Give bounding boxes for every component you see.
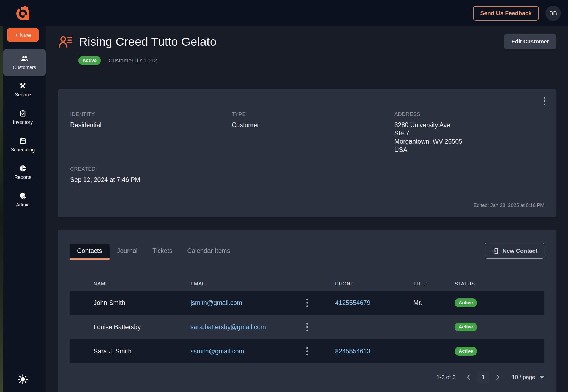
caret-down-icon bbox=[539, 376, 544, 379]
contact-status-badge: Active bbox=[455, 347, 477, 356]
app-logo-icon[interactable] bbox=[14, 4, 32, 22]
col-header-phone: PHONE bbox=[335, 281, 413, 287]
col-header-email: EMAIL bbox=[190, 281, 335, 287]
tab-journal[interactable]: Journal bbox=[110, 244, 145, 258]
contacts-table-body: John Smith jsmith@gmail.com 4125554679 M… bbox=[70, 291, 544, 363]
shield-user-icon bbox=[19, 192, 27, 200]
row-menu-kebab-icon[interactable] bbox=[305, 322, 309, 332]
created-label: CREATED bbox=[70, 166, 232, 172]
theme-toggle[interactable] bbox=[17, 374, 28, 386]
contact-person-icon bbox=[59, 36, 72, 48]
pagination-range: 1-3 of 3 bbox=[436, 374, 456, 380]
sidebar-item-label: Customers bbox=[13, 65, 36, 70]
identity-value: Residential bbox=[70, 121, 232, 129]
details-menu-kebab-icon[interactable] bbox=[543, 96, 547, 106]
col-header-name: NAME bbox=[70, 281, 190, 287]
enter-box-icon bbox=[491, 247, 499, 255]
contact-status-badge: Active bbox=[455, 298, 477, 307]
sun-icon bbox=[17, 374, 28, 385]
col-header-title: TITLE bbox=[413, 281, 455, 287]
sidebar-item-inventory[interactable]: Inventory bbox=[0, 104, 46, 131]
contact-name: Sara J. Smith bbox=[70, 348, 190, 355]
status-badge: Active bbox=[78, 56, 101, 65]
page-size-value: 10 / page bbox=[512, 374, 536, 380]
tab-tickets[interactable]: Tickets bbox=[145, 244, 180, 258]
identity-label: IDENTITY bbox=[70, 111, 232, 117]
col-header-status: STATUS bbox=[455, 281, 518, 287]
sidebar-item-label: Scheduling bbox=[11, 147, 35, 153]
edit-customer-button[interactable]: Edit Customer bbox=[504, 34, 556, 49]
page-number-button[interactable]: 1 bbox=[477, 371, 490, 384]
sidebar-item-label: Admin bbox=[16, 202, 30, 208]
sidebar: + New Customers Service Inventory bbox=[0, 26, 46, 392]
main-content: Rising Creed Tutto Gelato Edit Customer … bbox=[46, 26, 568, 392]
contact-phone[interactable]: 4125554679 bbox=[335, 299, 413, 307]
table-row: Sara J. Smith ssmith@gmail.com 824555461… bbox=[70, 339, 544, 363]
contact-name: John Smith bbox=[70, 299, 190, 307]
table-header-row: NAME EMAIL PHONE TITLE STATUS bbox=[70, 277, 544, 291]
customer-id: Customer ID: 1012 bbox=[108, 57, 157, 64]
table-row: John Smith jsmith@gmail.com 4125554679 M… bbox=[70, 291, 544, 315]
pie-chart-icon bbox=[19, 165, 27, 172]
user-avatar[interactable]: BB bbox=[545, 6, 561, 21]
clipboard-check-icon bbox=[19, 110, 27, 117]
calendar-icon bbox=[19, 137, 27, 145]
contact-phone[interactable]: 8245554613 bbox=[335, 348, 413, 355]
created-field: CREATED Sep 12, 2024 at 7:46 PM bbox=[70, 166, 232, 184]
customer-header: Rising Creed Tutto Gelato Edit Customer … bbox=[46, 26, 568, 65]
contacts-card: Contacts Journal Tickets Calendar Items … bbox=[58, 230, 556, 392]
sidebar-item-admin[interactable]: Admin bbox=[0, 186, 46, 214]
tab-calendar-items[interactable]: Calendar Items bbox=[180, 244, 237, 258]
new-contact-button[interactable]: New Contact bbox=[485, 243, 544, 259]
type-field: TYPE Customer bbox=[232, 111, 394, 154]
chevron-right-icon[interactable] bbox=[494, 374, 501, 381]
address-line: Morgantown, WV 26505 bbox=[394, 137, 544, 146]
sidebar-item-customers[interactable]: Customers bbox=[3, 49, 46, 76]
details-card: IDENTITY Residential TYPE Customer ADDRE… bbox=[58, 89, 556, 217]
tab-contacts[interactable]: Contacts bbox=[70, 244, 110, 258]
send-feedback-button[interactable]: Send Us Feedback bbox=[473, 6, 539, 21]
edited-note: Edited: Jan 28, 2025 at 8:16 PM bbox=[474, 203, 544, 208]
row-menu-kebab-icon[interactable] bbox=[305, 298, 309, 308]
topbar: Send Us Feedback BB bbox=[0, 0, 568, 26]
background-texture-strip bbox=[0, 26, 3, 392]
people-icon bbox=[21, 55, 28, 62]
tabs-row: Contacts Journal Tickets Calendar Items … bbox=[70, 243, 544, 259]
sidebar-item-label: Service bbox=[15, 92, 31, 98]
row-menu-kebab-icon[interactable] bbox=[305, 346, 309, 356]
type-label: TYPE bbox=[232, 111, 394, 117]
chevron-left-icon[interactable] bbox=[465, 374, 472, 381]
pagination: 1-3 of 3 1 10 / page bbox=[70, 371, 544, 384]
new-button[interactable]: + New bbox=[7, 28, 39, 42]
contact-email[interactable]: jsmith@gmail.com bbox=[190, 299, 335, 307]
sidebar-item-reports[interactable]: Reports bbox=[0, 159, 46, 186]
identity-field: IDENTITY Residential bbox=[70, 111, 232, 154]
table-row: Louise Battersby sara.battersby@gmail.co… bbox=[70, 315, 544, 339]
contact-email[interactable]: ssmith@gmail.com bbox=[190, 348, 335, 355]
address-field: ADDRESS 3280 University Ave Ste 7 Morgan… bbox=[394, 111, 544, 154]
sidebar-item-label: Reports bbox=[14, 175, 31, 180]
page-title: Rising Creed Tutto Gelato bbox=[79, 35, 217, 48]
sidebar-item-service[interactable]: Service bbox=[0, 76, 46, 104]
contact-status-badge: Active bbox=[455, 323, 477, 331]
address-line: Ste 7 bbox=[394, 129, 544, 137]
new-contact-label: New Contact bbox=[503, 247, 537, 254]
tools-icon bbox=[19, 82, 27, 90]
contacts-table: NAME EMAIL PHONE TITLE STATUS John Smith… bbox=[70, 277, 544, 363]
address-label: ADDRESS bbox=[394, 111, 544, 117]
page-size-select[interactable]: 10 / page bbox=[512, 374, 545, 380]
address-line: 3280 University Ave bbox=[394, 121, 544, 129]
created-value: Sep 12, 2024 at 7:46 PM bbox=[70, 176, 232, 184]
sidebar-item-scheduling[interactable]: Scheduling bbox=[0, 131, 46, 159]
type-value: Customer bbox=[232, 121, 394, 129]
address-line: USA bbox=[394, 146, 544, 154]
contact-name: Louise Battersby bbox=[70, 323, 190, 331]
sidebar-item-label: Inventory bbox=[13, 119, 33, 125]
contact-title: Mr. bbox=[413, 299, 455, 307]
contact-email[interactable]: sara.battersby@gmail.com bbox=[190, 323, 335, 331]
